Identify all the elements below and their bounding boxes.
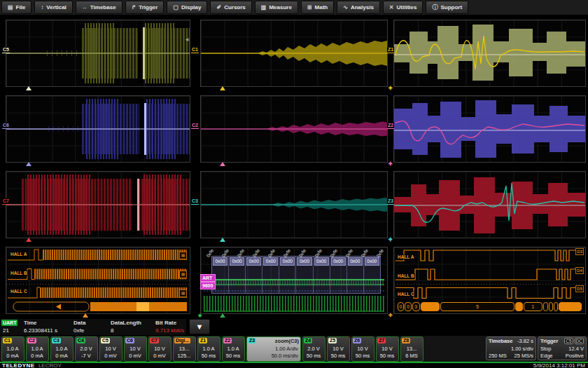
trigger-marker[interactable]	[26, 86, 31, 90]
descriptor-Z5[interactable]: Z510 V50 ms	[327, 336, 350, 362]
bus-value-cell: 0	[398, 302, 404, 311]
trigger-marker[interactable]	[220, 162, 225, 166]
bus-value-cell	[549, 302, 553, 311]
datetime-display: 5/9/2014 3:12:01 PM	[533, 363, 585, 368]
grid-z2[interactable]: Z2	[393, 95, 586, 163]
descriptor-C4[interactable]: C42.0 V-7 V	[75, 336, 98, 362]
descriptor-line1: 10 V	[328, 346, 349, 352]
menu-button-file[interactable]: ▤File	[1, 1, 31, 14]
frame-hex-label: 0xfe	[314, 248, 323, 258]
channel-label-z2[interactable]: Z2	[387, 123, 394, 129]
grid-digital-hall-left[interactable]: ▦ ▦ ▦ HALL AHALL BHALL C	[6, 247, 190, 314]
descriptor-C5[interactable]: C510 V0 mV	[99, 336, 122, 362]
grid-c3[interactable]: C3	[200, 171, 388, 238]
display-icon: ▢	[173, 4, 178, 11]
channel-label-c1[interactable]: C1	[191, 47, 199, 53]
menu-bar: ▤File↕Vertical↔Timebase↱Trigger▢Display✐…	[0, 0, 588, 15]
uart-badge-protocol: ART	[200, 274, 216, 282]
decode-frame-column: 0x00	[347, 257, 364, 293]
trigger-marker[interactable]	[220, 86, 225, 90]
channel-label-c2[interactable]: C2	[191, 123, 199, 129]
descriptor-Z4[interactable]: Z42.0 V50 ms	[302, 336, 326, 362]
descriptor-line2: 50 ms	[328, 353, 349, 359]
uart-result-table[interactable]: UART Time Data DataLength Bit Rate 21 6.…	[0, 319, 186, 335]
frame-hex-label: 0xfe	[283, 248, 292, 258]
channel-label-c7[interactable]: C7	[2, 198, 10, 205]
frame-hex-label: 0xfe	[220, 248, 230, 258]
table-collapse-button[interactable]: ▼	[189, 319, 210, 334]
descriptor-Z2[interactable]: Z21.0 A50 ms	[222, 336, 245, 362]
trigger-marker[interactable]	[83, 313, 88, 318]
zoom-reference-marker[interactable]: ✚	[388, 237, 393, 242]
descriptor-Z1[interactable]: Z11.0 A50 ms	[197, 336, 220, 362]
descriptor-C2[interactable]: C21.0 A0 mA	[26, 336, 49, 362]
channel-chip: Z6	[353, 338, 361, 343]
digital-bus-decode: 00351	[398, 302, 582, 311]
frame-hex-label: 0xfe	[329, 248, 338, 258]
trigger-marker[interactable]	[220, 313, 225, 318]
uart-decode-badge[interactable]: ART 9600	[200, 274, 216, 289]
descriptor-line1: 10 V	[100, 346, 121, 352]
menu-button-cursors[interactable]: ✐Cursors	[210, 1, 251, 14]
row-index: 21	[3, 327, 9, 334]
menu-button-vertical[interactable]: ↕Vertical	[34, 1, 72, 14]
timebase-summary-box[interactable]: Timebase -3.82 s 1.00 s/div 250 MS 25 MS…	[486, 336, 536, 360]
digital-channel-icon[interactable]: ▦	[179, 271, 187, 278]
descriptor-Z3[interactable]: Z3zoom(C3)1.00 A/div50.0 ms/div	[246, 336, 301, 362]
frame-hex-label: 0xfe	[298, 248, 307, 258]
descriptor-C1[interactable]: C11.0 A0 mA	[1, 336, 24, 362]
grid-digital-hall-right[interactable]: 00351 HALL AHALL BHALL CD3D4D5	[393, 247, 586, 314]
trigger-marker[interactable]	[26, 238, 31, 242]
channel-label-c3[interactable]: C3	[191, 198, 199, 205]
grid-c6[interactable]: C6	[6, 95, 190, 163]
zoom-reference-marker[interactable]: ✚	[388, 86, 393, 90]
menu-label: Analysis	[351, 4, 374, 11]
zoom-reference-marker[interactable]: ✚	[388, 161, 393, 166]
descriptor-Z7[interactable]: Z710 V50 ms	[376, 336, 399, 362]
channel-label-c5[interactable]: C5	[2, 47, 10, 53]
channel-label-z3[interactable]: Z3	[387, 198, 394, 205]
trigger-summary-box[interactable]: Trigger C5DC Stop 12.4 V Edge Positive	[538, 336, 587, 360]
frame-hex-label: 0xfe	[360, 248, 369, 258]
digital-channel-icon[interactable]: ▦	[179, 289, 187, 297]
menu-button-math[interactable]: ⊞Math	[301, 1, 334, 14]
grid-c2[interactable]: C2	[200, 95, 388, 163]
grid-z3[interactable]: Z3	[393, 171, 586, 238]
menu-button-display[interactable]: ▢Display	[167, 1, 207, 14]
descriptor-Digi...[interactable]: Digi...13...125...	[173, 336, 196, 362]
menu-button-analysis[interactable]: ∿Analysis	[337, 1, 380, 14]
descriptor-C7[interactable]: C710 V0 mV	[148, 336, 172, 362]
trigger-marker[interactable]	[26, 162, 31, 166]
decode-frame-column: 0x00	[262, 257, 279, 293]
bus-value-cell	[559, 302, 582, 311]
menu-button-measure[interactable]: ▥Measure	[255, 1, 298, 14]
trigger-marker[interactable]	[220, 238, 225, 242]
menu-button-utilities[interactable]: ✕Utilities	[383, 1, 424, 14]
menu-button-timebase[interactable]: ↔Timebase	[76, 1, 122, 14]
channel-label-c6[interactable]: C6	[2, 123, 10, 129]
grid-c7[interactable]: C7	[6, 171, 190, 238]
grid-z1[interactable]: Z1	[393, 20, 586, 87]
descriptor-C3[interactable]: C31.0 A0 mA	[50, 336, 74, 362]
grid-c5[interactable]: C5	[6, 20, 190, 87]
descriptor-Z6[interactable]: Z610 V50 ms	[351, 336, 374, 362]
descriptor-line2: 50 ms	[223, 353, 244, 359]
channel-label-z1[interactable]: Z1	[387, 47, 394, 53]
menu-button-support[interactable]: ⓘSupport	[426, 1, 468, 14]
waveform-z3	[394, 172, 585, 238]
vertical-icon: ↕	[41, 4, 43, 11]
waveform-area: C5 C1 Z1	[0, 15, 588, 319]
channel-chip: Digi...	[174, 338, 190, 343]
hall-label: HALL A	[397, 254, 414, 260]
descriptor-line2: 50.0 ms/div	[247, 353, 300, 359]
decode-reference-marker[interactable]: ◆	[198, 313, 202, 318]
bus-value-cell	[554, 302, 558, 311]
descriptor-Z8[interactable]: Z813...6 MS	[400, 336, 424, 362]
zoom-reference-marker[interactable]: ✚	[388, 313, 393, 318]
digital-channel-icon[interactable]: ▦	[179, 252, 187, 259]
grid-uart-decode[interactable]: 0x000x000x000x000x000x000x000x000x000x00…	[200, 247, 388, 314]
descriptor-C6[interactable]: C610 V0 mV	[124, 336, 147, 362]
menu-button-trigger[interactable]: ↱Trigger	[125, 1, 164, 14]
bus-value-cell	[421, 302, 440, 311]
grid-c1[interactable]: C1	[200, 20, 388, 87]
